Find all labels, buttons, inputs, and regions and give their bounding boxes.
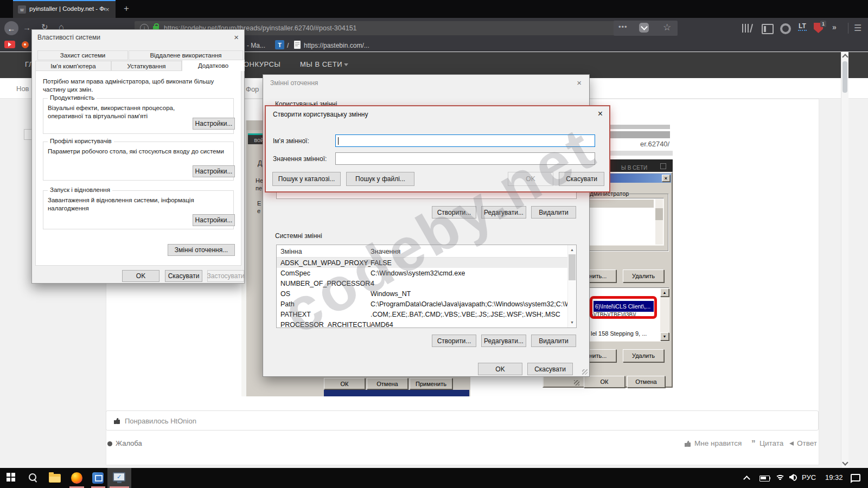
languagetool-icon[interactable]: LT [796, 23, 808, 31]
overflow-icon[interactable]: » [832, 23, 837, 31]
nav-item-social[interactable]: МЫ В СЕТИ [300, 60, 342, 68]
table-row[interactable]: PathC:\ProgramData\Oracle\Java\javapath;… [277, 299, 567, 309]
user-new-button[interactable]: Створити... [432, 206, 476, 219]
img-scroll-down-icon: ▼ [660, 332, 669, 341]
table-row[interactable]: OSWindows_NT [277, 288, 567, 299]
tray-chevron-up-icon[interactable] [743, 476, 750, 483]
user-delete-button[interactable]: Видалити [531, 206, 576, 219]
variable-name-input[interactable] [335, 134, 595, 147]
pocket-icon[interactable] [639, 23, 649, 33]
system-delete-button[interactable]: Видалити [531, 335, 576, 347]
scroll-down-icon[interactable]: ▼ [570, 320, 574, 324]
pastebin-bookmark-icon[interactable] [294, 41, 301, 49]
apply-button[interactable]: Застосувати [207, 270, 244, 282]
img-cancel-button: Отмена [367, 378, 408, 389]
table-row[interactable]: ADSK_CLM_WPAD_PROXY_...FALSE [277, 258, 567, 268]
scroll-up-icon[interactable]: ▲ [570, 248, 574, 252]
nav-caret-icon [344, 63, 348, 66]
search-icon[interactable] [28, 473, 38, 483]
tab-system-protection[interactable]: Захист системи [37, 50, 128, 60]
firefox-icon[interactable] [71, 472, 82, 484]
tab-computer-name[interactable]: Ім'я комп'ютера [35, 61, 111, 71]
text-caret [338, 137, 339, 145]
tab-hardware[interactable]: Устаткування [111, 61, 182, 71]
quote-action[interactable]: Цитата [760, 439, 783, 447]
table-row[interactable]: PATHEXT.COM;.EXE;.BAT;.CMD;.VBS;.VBE;.JS… [277, 309, 567, 319]
group-title: Запуск і відновлення [48, 187, 112, 193]
forward-button[interactable]: → [23, 23, 31, 32]
performance-settings-button[interactable]: Настройки... [193, 118, 235, 130]
battery-icon[interactable] [760, 476, 770, 481]
table-row[interactable]: ComSpecC:\Windows\system32\cmd.exe [277, 268, 567, 278]
ok-button[interactable]: OK [122, 270, 159, 282]
close-icon[interactable]: × [234, 33, 239, 41]
page-actions-icon[interactable]: ••• [618, 23, 628, 31]
cancel-button[interactable]: Скасувати [527, 363, 573, 375]
extension-ring-icon[interactable] [780, 23, 791, 34]
file-explorer-icon[interactable] [49, 474, 61, 483]
sidebar-icon[interactable] [762, 24, 774, 34]
scroll-down-icon[interactable] [842, 459, 848, 465]
browser-tab[interactable]: w pyinstaller | Codeby.net - Фору × [13, 0, 116, 18]
system-new-button[interactable]: Створити... [432, 335, 476, 347]
tab-advanced[interactable]: Додатково [182, 60, 245, 71]
wifi-icon[interactable] [775, 474, 785, 481]
blue-app-icon[interactable] [92, 472, 104, 484]
table-row[interactable]: PROCESSOR_ARCHITECTUREAMD64 [277, 319, 567, 328]
new-user-variable-dialog: Створити користувацьку змінну × Ім'я змі… [265, 105, 610, 192]
browse-directory-button[interactable]: Пошук у каталозі... [272, 172, 341, 186]
bookmark-item-pastebin[interactable]: https://pastebin.com/... [304, 42, 369, 49]
user-edit-button[interactable]: Редагувати... [481, 206, 526, 219]
scrollbar-thumb[interactable] [843, 61, 847, 93]
new-tab-button[interactable]: + [120, 3, 132, 15]
system-properties-stand [117, 481, 122, 483]
speaker-icon[interactable] [789, 474, 796, 480]
bookmark-t-icon[interactable]: T [275, 40, 284, 49]
scroll-up-icon[interactable] [842, 54, 848, 60]
nav-item-contests[interactable]: КОНКУРСЫ [239, 60, 280, 68]
ok-button[interactable]: OK [508, 172, 553, 186]
library-icon[interactable] [742, 24, 753, 33]
group-title: Продуктивність [48, 94, 97, 101]
bookmark-item-ma[interactable]: - Ma... [247, 42, 265, 49]
close-icon[interactable]: × [598, 110, 603, 118]
action-center-icon[interactable] [851, 474, 860, 481]
page-scrollbar[interactable] [841, 52, 848, 468]
back-button[interactable]: ← [4, 21, 18, 35]
browse-file-button[interactable]: Пошук у файлі... [346, 172, 414, 186]
bookmark-star-icon[interactable]: ☆ [663, 22, 671, 33]
like-action[interactable]: Мне нравится [694, 439, 742, 447]
adblock-badge: 1 [820, 21, 826, 27]
start-button[interactable] [7, 473, 15, 481]
environment-variables-button[interactable]: Змінні оточення... [168, 244, 235, 256]
variable-value-input[interactable] [335, 152, 595, 165]
breadcrumb-mid[interactable]: Фор [246, 85, 259, 93]
resize-grip[interactable] [582, 369, 588, 375]
img-navy-strip [324, 390, 469, 396]
language-indicator[interactable]: РУС [802, 473, 816, 481]
tab-remote[interactable]: Віддалене використання [129, 50, 243, 60]
close-icon[interactable]: × [577, 79, 582, 87]
system-ed it-button[interactable]: Редагувати... [481, 335, 526, 347]
img-delete-button-2: Удалить [623, 349, 664, 362]
clock[interactable]: 19:32 [825, 473, 843, 481]
ok-button[interactable]: OK [478, 363, 522, 375]
report-link[interactable]: Жалоба [116, 439, 142, 447]
profiles-settings-button[interactable]: Настройки... [193, 165, 235, 177]
system-properties-icon[interactable]: ✓ [113, 472, 125, 481]
system-variables-listbox[interactable]: Змінна Значення ADSK_CLM_WPAD_PROXY_...F… [276, 245, 577, 328]
cancel-button[interactable]: Скасувати [165, 270, 202, 282]
menu-hamburger-icon[interactable]: ☰ [854, 23, 861, 33]
startup-settings-button[interactable]: Настройки... [193, 214, 235, 226]
dialog-title: Змінні оточення [270, 79, 318, 87]
youtube-bookmark-icon[interactable] [4, 41, 15, 48]
cancel-button[interactable]: Скасувати [559, 172, 604, 186]
table-scrollbar[interactable]: ▲ ▼ [567, 245, 577, 328]
table-row[interactable]: NUMBER_OF_PROCESSORS4 [277, 278, 567, 288]
scrollbar-thumb[interactable] [569, 254, 576, 280]
tab-close-icon[interactable]: × [105, 5, 110, 14]
reddit-bookmark-icon[interactable] [22, 41, 29, 48]
reply-action[interactable]: Ответ [797, 439, 817, 447]
breadcrumb-left[interactable]: Нов [16, 85, 29, 93]
tab-title: pyinstaller | Codeby.net - Фору [29, 5, 105, 12]
